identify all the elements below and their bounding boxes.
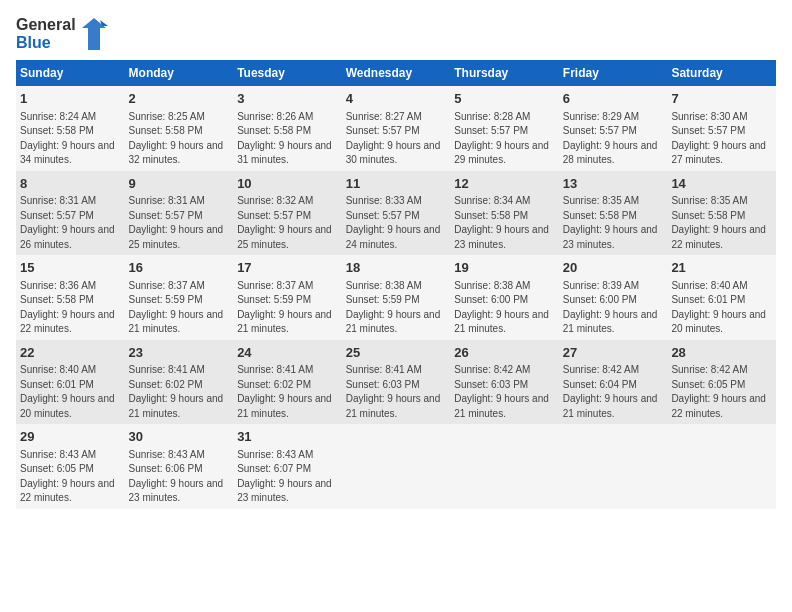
daylight-label: Daylight: 9 hours and 22 minutes.	[20, 478, 115, 504]
sunset: Sunset: 6:00 PM	[563, 294, 637, 305]
sunrise: Sunrise: 8:42 AM	[454, 364, 530, 375]
sunrise: Sunrise: 8:26 AM	[237, 111, 313, 122]
daylight-label: Daylight: 9 hours and 28 minutes.	[563, 140, 658, 166]
sunset: Sunset: 6:05 PM	[20, 463, 94, 474]
sunrise: Sunrise: 8:32 AM	[237, 195, 313, 206]
day-number: 19	[454, 259, 555, 277]
sunset: Sunset: 5:58 PM	[237, 125, 311, 136]
day-cell: 30Sunrise: 8:43 AMSunset: 6:06 PMDayligh…	[125, 424, 234, 509]
day-cell: 25Sunrise: 8:41 AMSunset: 6:03 PMDayligh…	[342, 340, 451, 425]
logo-general-text: General	[16, 16, 76, 34]
day-cell: 22Sunrise: 8:40 AMSunset: 6:01 PMDayligh…	[16, 340, 125, 425]
daylight-label: Daylight: 9 hours and 21 minutes.	[563, 393, 658, 419]
sunrise: Sunrise: 8:39 AM	[563, 280, 639, 291]
daylight-label: Daylight: 9 hours and 23 minutes.	[129, 478, 224, 504]
week-row-4: 22Sunrise: 8:40 AMSunset: 6:01 PMDayligh…	[16, 340, 776, 425]
day-cell: 7Sunrise: 8:30 AMSunset: 5:57 PMDaylight…	[667, 86, 776, 171]
daylight-label: Daylight: 9 hours and 26 minutes.	[20, 224, 115, 250]
day-header-thursday: Thursday	[450, 60, 559, 86]
sunrise: Sunrise: 8:36 AM	[20, 280, 96, 291]
sunset: Sunset: 5:58 PM	[20, 294, 94, 305]
day-cell: 26Sunrise: 8:42 AMSunset: 6:03 PMDayligh…	[450, 340, 559, 425]
sunrise: Sunrise: 8:38 AM	[346, 280, 422, 291]
day-number: 13	[563, 175, 664, 193]
daylight-label: Daylight: 9 hours and 27 minutes.	[671, 140, 766, 166]
sunset: Sunset: 6:02 PM	[237, 379, 311, 390]
day-number: 24	[237, 344, 338, 362]
sunset: Sunset: 5:59 PM	[237, 294, 311, 305]
day-number: 7	[671, 90, 772, 108]
day-cell: 21Sunrise: 8:40 AMSunset: 6:01 PMDayligh…	[667, 255, 776, 340]
sunset: Sunset: 6:05 PM	[671, 379, 745, 390]
sunrise: Sunrise: 8:34 AM	[454, 195, 530, 206]
day-number: 4	[346, 90, 447, 108]
week-row-1: 1Sunrise: 8:24 AMSunset: 5:58 PMDaylight…	[16, 86, 776, 171]
day-number: 28	[671, 344, 772, 362]
week-row-2: 8Sunrise: 8:31 AMSunset: 5:57 PMDaylight…	[16, 171, 776, 256]
day-number: 5	[454, 90, 555, 108]
sunset: Sunset: 6:07 PM	[237, 463, 311, 474]
daylight-label: Daylight: 9 hours and 29 minutes.	[454, 140, 549, 166]
sunrise: Sunrise: 8:43 AM	[129, 449, 205, 460]
sunset: Sunset: 5:58 PM	[129, 125, 203, 136]
daylight-label: Daylight: 9 hours and 21 minutes.	[129, 309, 224, 335]
sunrise: Sunrise: 8:24 AM	[20, 111, 96, 122]
week-row-3: 15Sunrise: 8:36 AMSunset: 5:58 PMDayligh…	[16, 255, 776, 340]
day-cell: 3Sunrise: 8:26 AMSunset: 5:58 PMDaylight…	[233, 86, 342, 171]
day-number: 22	[20, 344, 121, 362]
sunrise: Sunrise: 8:35 AM	[671, 195, 747, 206]
day-number: 16	[129, 259, 230, 277]
day-cell: 23Sunrise: 8:41 AMSunset: 6:02 PMDayligh…	[125, 340, 234, 425]
day-header-saturday: Saturday	[667, 60, 776, 86]
day-cell: 29Sunrise: 8:43 AMSunset: 6:05 PMDayligh…	[16, 424, 125, 509]
sunrise: Sunrise: 8:38 AM	[454, 280, 530, 291]
sunrise: Sunrise: 8:40 AM	[671, 280, 747, 291]
sunrise: Sunrise: 8:41 AM	[237, 364, 313, 375]
sunset: Sunset: 6:01 PM	[671, 294, 745, 305]
day-cell: 19Sunrise: 8:38 AMSunset: 6:00 PMDayligh…	[450, 255, 559, 340]
daylight-label: Daylight: 9 hours and 22 minutes.	[671, 224, 766, 250]
day-number: 30	[129, 428, 230, 446]
sunset: Sunset: 5:58 PM	[20, 125, 94, 136]
day-number: 31	[237, 428, 338, 446]
sunset: Sunset: 6:01 PM	[20, 379, 94, 390]
day-number: 1	[20, 90, 121, 108]
day-number: 18	[346, 259, 447, 277]
sunrise: Sunrise: 8:30 AM	[671, 111, 747, 122]
day-number: 6	[563, 90, 664, 108]
daylight-label: Daylight: 9 hours and 23 minutes.	[237, 478, 332, 504]
sunset: Sunset: 5:57 PM	[129, 210, 203, 221]
daylight-label: Daylight: 9 hours and 21 minutes.	[346, 393, 441, 419]
daylight-label: Daylight: 9 hours and 21 minutes.	[129, 393, 224, 419]
sunrise: Sunrise: 8:35 AM	[563, 195, 639, 206]
day-number: 26	[454, 344, 555, 362]
day-number: 29	[20, 428, 121, 446]
daylight-label: Daylight: 9 hours and 21 minutes.	[563, 309, 658, 335]
daylight-label: Daylight: 9 hours and 22 minutes.	[671, 393, 766, 419]
day-cell: 16Sunrise: 8:37 AMSunset: 5:59 PMDayligh…	[125, 255, 234, 340]
daylight-label: Daylight: 9 hours and 21 minutes.	[454, 393, 549, 419]
day-cell: 14Sunrise: 8:35 AMSunset: 5:58 PMDayligh…	[667, 171, 776, 256]
daylight-label: Daylight: 9 hours and 23 minutes.	[563, 224, 658, 250]
daylight-label: Daylight: 9 hours and 32 minutes.	[129, 140, 224, 166]
page-header: General Blue	[16, 16, 776, 52]
daylight-label: Daylight: 9 hours and 20 minutes.	[20, 393, 115, 419]
day-number: 14	[671, 175, 772, 193]
daylight-label: Daylight: 9 hours and 23 minutes.	[454, 224, 549, 250]
sunset: Sunset: 5:58 PM	[563, 210, 637, 221]
day-number: 11	[346, 175, 447, 193]
sunrise: Sunrise: 8:27 AM	[346, 111, 422, 122]
sunrise: Sunrise: 8:31 AM	[129, 195, 205, 206]
day-cell: 15Sunrise: 8:36 AMSunset: 5:58 PMDayligh…	[16, 255, 125, 340]
day-cell: 20Sunrise: 8:39 AMSunset: 6:00 PMDayligh…	[559, 255, 668, 340]
header-row: SundayMondayTuesdayWednesdayThursdayFrid…	[16, 60, 776, 86]
day-cell: 5Sunrise: 8:28 AMSunset: 5:57 PMDaylight…	[450, 86, 559, 171]
sunset: Sunset: 6:04 PM	[563, 379, 637, 390]
day-number: 3	[237, 90, 338, 108]
day-cell: 12Sunrise: 8:34 AMSunset: 5:58 PMDayligh…	[450, 171, 559, 256]
day-number: 27	[563, 344, 664, 362]
calendar-table: SundayMondayTuesdayWednesdayThursdayFrid…	[16, 60, 776, 509]
sunset: Sunset: 5:59 PM	[129, 294, 203, 305]
sunrise: Sunrise: 8:42 AM	[563, 364, 639, 375]
sunrise: Sunrise: 8:40 AM	[20, 364, 96, 375]
